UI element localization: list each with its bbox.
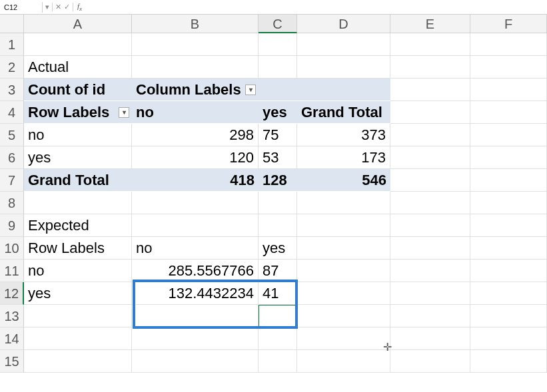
cell-F3[interactable] <box>470 79 547 101</box>
cell-F1[interactable] <box>470 33 547 56</box>
cell-A12[interactable]: yes <box>24 282 132 305</box>
cell-A5[interactable]: no <box>24 124 132 146</box>
cell-F14[interactable] <box>470 327 547 350</box>
cell-D7[interactable]: 546 <box>297 169 390 192</box>
cell-D15[interactable] <box>297 350 390 373</box>
name-box[interactable]: C12 <box>0 2 43 13</box>
fx-icon[interactable]: fx <box>73 2 86 12</box>
cell-C5[interactable]: 75 <box>259 124 297 146</box>
cell-E3[interactable] <box>390 79 470 101</box>
cell-E8[interactable] <box>390 192 470 214</box>
cancel-icon[interactable]: ✕ <box>55 3 61 11</box>
cell-E13[interactable] <box>390 305 470 327</box>
cell-B4[interactable]: no <box>132 101 259 124</box>
cell-B1[interactable] <box>132 33 259 56</box>
cell-E7[interactable] <box>390 169 470 192</box>
cell-F13[interactable] <box>470 305 547 327</box>
namebox-dropdown[interactable]: ▾ <box>43 3 53 11</box>
cell-F4[interactable] <box>470 101 547 124</box>
cell-C9[interactable] <box>259 214 297 237</box>
cell-B10[interactable]: no <box>132 237 259 260</box>
cell-C1[interactable] <box>259 33 297 56</box>
cell-A2[interactable]: Actual <box>24 56 132 79</box>
cell-A1[interactable] <box>24 33 132 56</box>
cell-A4[interactable]: Row Labels▾ <box>24 101 132 124</box>
cell-F11[interactable] <box>470 260 547 282</box>
cell-A8[interactable] <box>24 192 132 214</box>
row-header-6[interactable]: 6 <box>0 146 24 169</box>
cell-C8[interactable] <box>259 192 297 214</box>
cell-D3[interactable] <box>297 79 390 101</box>
cell-D4[interactable]: Grand Total <box>297 101 390 124</box>
cell-B14[interactable] <box>132 327 259 350</box>
cell-D5[interactable]: 373 <box>297 124 390 146</box>
cell-C6[interactable]: 53 <box>259 146 297 169</box>
select-all-corner[interactable] <box>0 15 24 33</box>
row-header-15[interactable]: 15 <box>0 350 24 373</box>
cell-C13[interactable] <box>259 305 297 327</box>
cell-B7[interactable]: 418 <box>132 169 259 192</box>
cell-F7[interactable] <box>470 169 547 192</box>
cell-F12[interactable] <box>470 282 547 305</box>
row-header-8[interactable]: 8 <box>0 192 24 214</box>
cell-E14[interactable] <box>390 327 470 350</box>
cell-C10[interactable]: yes <box>259 237 297 260</box>
col-header-A[interactable]: A <box>24 15 132 33</box>
pivot-row-dropdown-icon[interactable]: ▾ <box>119 107 129 118</box>
cell-A10[interactable]: Row Labels <box>24 237 132 260</box>
row-header-7[interactable]: 7 <box>0 169 24 192</box>
cell-D11[interactable] <box>297 260 390 282</box>
cell-A9[interactable]: Expected <box>24 214 132 237</box>
cell-A7[interactable]: Grand Total <box>24 169 132 192</box>
cell-A6[interactable]: yes <box>24 146 132 169</box>
cell-D6[interactable]: 173 <box>297 146 390 169</box>
cell-B15[interactable] <box>132 350 259 373</box>
row-header-2[interactable]: 2 <box>0 56 24 79</box>
row-header-9[interactable]: 9 <box>0 214 24 237</box>
cell-F9[interactable] <box>470 214 547 237</box>
col-header-C[interactable]: C <box>259 15 297 33</box>
cell-A14[interactable] <box>24 327 132 350</box>
cell-D13[interactable] <box>297 305 390 327</box>
cell-C14[interactable] <box>259 327 297 350</box>
cell-F5[interactable] <box>470 124 547 146</box>
cell-E10[interactable] <box>390 237 470 260</box>
cell-C11[interactable]: 87 <box>259 260 297 282</box>
cell-C4[interactable]: yes <box>259 101 297 124</box>
cell-E1[interactable] <box>390 33 470 56</box>
cell-C3[interactable] <box>259 79 297 101</box>
col-header-F[interactable]: F <box>470 15 547 33</box>
cell-D10[interactable] <box>297 237 390 260</box>
cell-C15[interactable] <box>259 350 297 373</box>
cell-B3[interactable]: Column Labels▾ <box>132 79 259 101</box>
cell-A13[interactable] <box>24 305 132 327</box>
cell-B11[interactable]: 285.5567766 <box>132 260 259 282</box>
cell-B5[interactable]: 298 <box>132 124 259 146</box>
cell-D8[interactable] <box>297 192 390 214</box>
cell-E15[interactable] <box>390 350 470 373</box>
cell-A15[interactable] <box>24 350 132 373</box>
cell-D14[interactable] <box>297 327 390 350</box>
cell-B13[interactable] <box>132 305 259 327</box>
cell-D9[interactable] <box>297 214 390 237</box>
pivot-column-dropdown-icon[interactable]: ▾ <box>245 85 256 95</box>
cell-E5[interactable] <box>390 124 470 146</box>
cell-E2[interactable] <box>390 56 470 79</box>
col-header-D[interactable]: D <box>297 15 390 33</box>
cell-F2[interactable] <box>470 56 547 79</box>
cell-F15[interactable] <box>470 350 547 373</box>
cell-E4[interactable] <box>390 101 470 124</box>
cell-B6[interactable]: 120 <box>132 146 259 169</box>
enter-icon[interactable]: ✓ <box>64 3 70 11</box>
cell-E9[interactable] <box>390 214 470 237</box>
cell-C12[interactable]: 41 <box>259 282 297 305</box>
cell-B2[interactable] <box>132 56 259 79</box>
cell-F8[interactable] <box>470 192 547 214</box>
row-header-1[interactable]: 1 <box>0 33 24 56</box>
cell-F6[interactable] <box>470 146 547 169</box>
cell-C7[interactable]: 128 <box>259 169 297 192</box>
spreadsheet-grid[interactable]: A B C D E F 1 2 Actual 3 Count of id Col… <box>0 15 547 373</box>
cell-E6[interactable] <box>390 146 470 169</box>
row-header-13[interactable]: 13 <box>0 305 24 327</box>
cell-B9[interactable] <box>132 214 259 237</box>
